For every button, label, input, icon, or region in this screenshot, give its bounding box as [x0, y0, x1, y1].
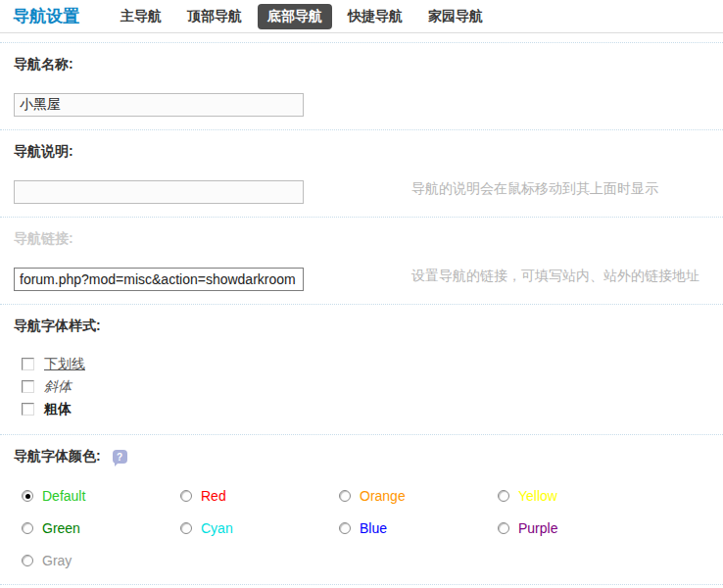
- font-style-label: 导航字体样式:: [14, 305, 723, 335]
- nav-link-label: 导航链接:: [14, 218, 723, 248]
- color-option-red[interactable]: Red: [180, 479, 339, 512]
- help-icon[interactable]: ?: [113, 450, 127, 464]
- header: 导航设置 主导航 顶部导航 底部导航 快捷导航 家园导航: [0, 0, 723, 33]
- color-radio-purple[interactable]: [498, 522, 509, 534]
- nav-name-section: 导航名称:: [0, 42, 723, 130]
- color-option-purple[interactable]: Purple: [498, 512, 656, 544]
- nav-name-label: 导航名称:: [14, 43, 723, 74]
- tab-bottom-nav[interactable]: 底部导航: [258, 4, 332, 29]
- bold-option[interactable]: 粗体: [22, 398, 723, 420]
- color-option-gray[interactable]: Gray: [22, 544, 180, 576]
- bold-checkbox[interactable]: [22, 403, 34, 416]
- font-style-options: 下划线 斜体 粗体: [14, 335, 723, 434]
- color-option-label: Default: [42, 488, 85, 504]
- color-radio-green[interactable]: [22, 522, 33, 534]
- tab-home-nav[interactable]: 家园导航: [418, 4, 493, 29]
- nav-link-hint: 设置导航的链接，可填写站内、站外的链接地址: [411, 268, 699, 285]
- color-option-orange[interactable]: Orange: [339, 479, 498, 512]
- italic-option[interactable]: 斜体: [22, 375, 723, 398]
- color-option-cyan[interactable]: Cyan: [180, 512, 339, 544]
- nav-desc-input[interactable]: [14, 180, 304, 204]
- color-option-label: Red: [201, 488, 226, 504]
- font-style-section: 导航字体样式: 下划线 斜体 粗体: [0, 305, 723, 435]
- color-option-label: Purple: [518, 520, 557, 536]
- color-radio-yellow[interactable]: [498, 490, 509, 502]
- color-option-label: Orange: [360, 488, 406, 504]
- nav-name-input[interactable]: [14, 93, 304, 117]
- color-radio-orange[interactable]: [339, 490, 351, 502]
- tab-quick-nav[interactable]: 快捷导航: [338, 4, 412, 29]
- underline-checkbox[interactable]: [22, 358, 34, 370]
- nav-desc-section: 导航说明: 导航的说明会在鼠标移动到其上面时显示: [0, 130, 723, 218]
- color-option-label: Yellow: [518, 488, 557, 504]
- color-radio-red[interactable]: [180, 490, 192, 502]
- color-radio-default[interactable]: [22, 490, 33, 502]
- underline-option[interactable]: 下划线: [22, 353, 723, 375]
- italic-checkbox[interactable]: [22, 380, 34, 393]
- tab-bar: 主导航 顶部导航 底部导航 快捷导航 家园导航: [111, 4, 493, 29]
- color-option-label: Cyan: [201, 520, 233, 536]
- color-option-label: Blue: [360, 520, 387, 536]
- nav-link-input[interactable]: [14, 268, 304, 291]
- color-radio-cyan[interactable]: [180, 522, 192, 534]
- page-title: 导航设置: [13, 5, 79, 27]
- color-option-yellow[interactable]: Yellow: [498, 479, 656, 512]
- nav-desc-label: 导航说明:: [14, 130, 723, 161]
- color-option-label: Gray: [42, 553, 72, 568]
- bold-option-label: 粗体: [44, 401, 72, 418]
- underline-option-label: 下划线: [44, 356, 85, 373]
- color-radio-blue[interactable]: [339, 522, 351, 534]
- tab-main-nav[interactable]: 主导航: [111, 4, 171, 29]
- font-color-options: Default Red Orange Yellow Green Cyan Blu…: [14, 466, 723, 584]
- font-color-section: 导航字体颜色: ? Default Red Orange Yellow Gree…: [0, 435, 723, 585]
- color-option-blue[interactable]: Blue: [339, 512, 498, 544]
- nav-desc-hint: 导航的说明会在鼠标移动到其上面时显示: [411, 180, 658, 198]
- color-option-label: Green: [42, 520, 80, 536]
- color-option-default[interactable]: Default: [22, 479, 180, 512]
- nav-link-section: 导航链接: 设置导航的链接，可填写站内、站外的链接地址: [0, 218, 723, 305]
- tab-top-nav[interactable]: 顶部导航: [177, 4, 252, 29]
- color-radio-gray[interactable]: [22, 555, 33, 566]
- font-color-label: 导航字体颜色:: [14, 435, 101, 466]
- color-option-green[interactable]: Green: [22, 512, 180, 544]
- italic-option-label: 斜体: [44, 378, 72, 396]
